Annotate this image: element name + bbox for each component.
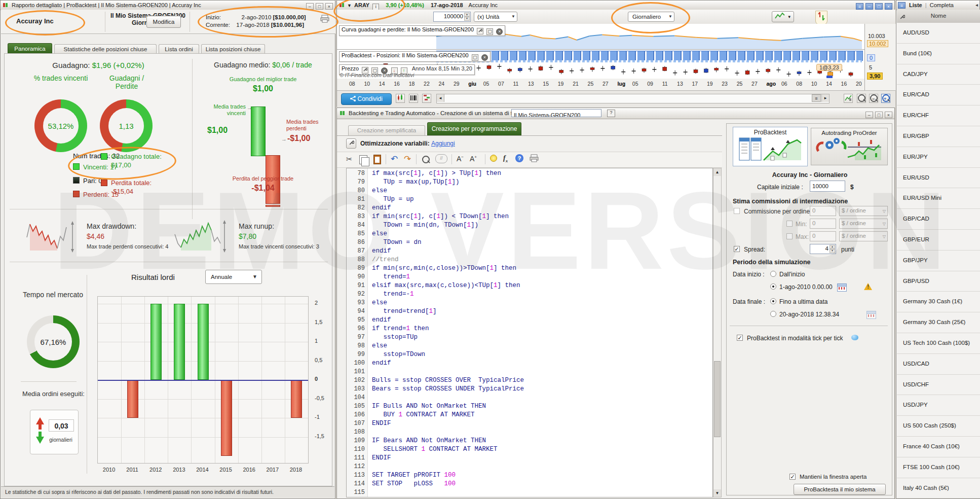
liste-column-header[interactable]: Nome: [897, 10, 980, 23]
code-line-91[interactable]: elsif max(src,max(c,close))<TUp[1] then: [372, 281, 524, 290]
liste-subtitle[interactable]: Completa: [930, 2, 954, 8]
collapse-icon[interactable]: ◂: [975, 1, 978, 10]
quantity-input[interactable]: 100000 ▲▼: [433, 12, 471, 22]
keep-open-checkbox[interactable]: ✓: [789, 474, 796, 480]
maximize-icon[interactable]: □: [875, 112, 883, 118]
compare-candles-icon[interactable]: [396, 94, 405, 103]
list-item[interactable]: CAD/JPY: [897, 64, 980, 85]
font-larger-icon[interactable]: A+: [470, 155, 477, 163]
list-item[interactable]: EUR/USD: [897, 168, 980, 189]
start-from-beginning-radio[interactable]: [770, 271, 776, 277]
code-line-81[interactable]: TUp = up: [372, 195, 524, 204]
close-icon[interactable]: ×: [481, 54, 488, 61]
list-item[interactable]: USD/CHF: [897, 375, 980, 396]
code-line-98[interactable]: else: [372, 342, 524, 350]
wrench-icon[interactable]: [477, 28, 483, 34]
code-line-113[interactable]: SET TARGET pPROFIT 100: [372, 471, 524, 480]
end-date-radio[interactable]: [770, 311, 776, 317]
list-item[interactable]: USD/CAD: [897, 354, 980, 375]
equity-panel[interactable]: Curva guadagni e perdite: Il Mio Sistema…: [337, 24, 864, 50]
list-item[interactable]: EUR/USD Mini: [897, 188, 980, 209]
symbol-dropdown[interactable]: ▼: [347, 3, 352, 8]
commission-checkbox[interactable]: [734, 208, 740, 214]
list-item[interactable]: EUR/GBP: [897, 126, 980, 147]
indicator-settings-icon[interactable]: [844, 94, 853, 103]
code-line-99[interactable]: sstop=TDown: [372, 350, 524, 359]
min-unit-select[interactable]: $ / ordine▽: [839, 219, 888, 229]
code-line-80[interactable]: else: [372, 187, 524, 195]
list-item[interactable]: GBP/EUR: [897, 230, 980, 251]
barcode-view-icon[interactable]: [409, 94, 418, 103]
code-line-89[interactable]: if min(src,min(c,close))>TDown[1] then: [372, 264, 524, 273]
code-line-83[interactable]: if min(src[1], c[1]) < TDown[1] then: [372, 212, 524, 221]
code-line-103[interactable]: Bears = sstop CROSSES UNDER TypicalPrice: [372, 385, 524, 394]
end-last-data-radio[interactable]: [770, 298, 776, 304]
code-line-114[interactable]: SET STOP pLOSS 100: [372, 480, 524, 488]
results-period-select[interactable]: Annuale ▼: [205, 270, 262, 284]
run-backtest-button[interactable]: ProBacktesta il mio sistema: [794, 484, 886, 495]
symbol[interactable]: ARAY: [354, 2, 369, 8]
editor-scrollbar[interactable]: ▲ ▼: [713, 168, 722, 497]
spin-up-icon[interactable]: ▲: [830, 245, 835, 249]
probacktest-tab[interactable]: ProBacktest: [733, 127, 808, 166]
system-name-field[interactable]: Il Mio Sistema-GROEN200: [511, 109, 601, 117]
code-line-100[interactable]: endif: [372, 359, 524, 368]
code-line-112[interactable]: [372, 462, 524, 471]
layout-icon[interactable]: ≡: [856, 3, 863, 10]
search-icon[interactable]: [422, 156, 430, 165]
code-editor[interactable]: 7879808182838485868788899091929394959697…: [346, 168, 713, 497]
bricks-view-icon[interactable]: [422, 94, 431, 103]
copy-icon[interactable]: [359, 155, 367, 164]
chart-titlebar[interactable]: ▼ ARAY i 3,90 (+10,48%) 17-ago-2018 Accu…: [337, 1, 894, 10]
autotrading-tab[interactable]: Autotrading ProOrder: [811, 128, 888, 165]
list-item[interactable]: EUR/CAD: [897, 85, 980, 105]
close-icon[interactable]: ×: [496, 28, 503, 35]
code-line-82[interactable]: endif: [372, 204, 524, 212]
timeframe-select[interactable]: Giornaliero▼: [628, 12, 674, 22]
code-line-90[interactable]: trend=1: [372, 273, 524, 281]
code-line-105[interactable]: IF Bulls AND Not OnMarket THEN: [372, 402, 524, 411]
start-date-radio[interactable]: [770, 283, 776, 290]
min-checkbox[interactable]: [786, 221, 793, 227]
code-line-92[interactable]: trend=-1: [372, 290, 524, 299]
help-doc-icon[interactable]: ?: [607, 110, 615, 117]
commission-unit-select[interactable]: $ / ordine▽: [839, 206, 888, 216]
commission-input[interactable]: 0: [810, 206, 836, 216]
minimize-icon[interactable]: –: [306, 3, 314, 10]
capital-input[interactable]: 10000: [810, 181, 845, 192]
max-input[interactable]: 0: [810, 231, 836, 241]
calendar-icon[interactable]: [866, 311, 876, 319]
code-line-108[interactable]: [372, 428, 524, 437]
tick-mode-bubble-icon[interactable]: [851, 335, 858, 340]
undo-icon[interactable]: ↶: [391, 154, 398, 164]
list-item[interactable]: US Tech 100 Cash (100$): [897, 333, 980, 354]
list-item[interactable]: GBP/USD: [897, 271, 980, 292]
alerts-flag-icon[interactable]: [815, 11, 827, 25]
font-smaller-icon[interactable]: A−: [457, 155, 464, 163]
positions-panel[interactable]: ProBacktest - Posizioni: Il Mio Sistema-…: [337, 50, 864, 64]
zoom-in-icon[interactable]: +: [881, 94, 890, 103]
code-line-86[interactable]: TDown = dn: [372, 238, 524, 247]
code-line-84[interactable]: TDown = min(dn, TDown[1]): [372, 221, 524, 230]
scroll-right-icon[interactable]: ▸: [821, 94, 829, 102]
window-icon[interactable]: ▢: [472, 54, 478, 61]
code-line-95[interactable]: endif: [372, 316, 524, 325]
price-panel[interactable]: Prezzo ▢ × ↓ ↑ Anno Max 8,15 Min 3,20 1@…: [337, 63, 864, 79]
list-item[interactable]: GBP/CAD: [897, 209, 980, 230]
list-item[interactable]: Germany 30 Cash (1€): [897, 292, 980, 312]
list-item[interactable]: Bund (10€): [897, 44, 980, 64]
lightbulb-icon[interactable]: [490, 155, 497, 162]
fx-icon[interactable]: fx: [503, 154, 508, 163]
tick-mode-checkbox[interactable]: ✓: [737, 335, 743, 341]
modify-button[interactable]: Modifica: [146, 16, 181, 28]
list-item[interactable]: US 500 Cash (250$): [897, 416, 980, 437]
zoom-out-icon[interactable]: −: [869, 94, 878, 103]
optimization-add-link[interactable]: Aggiungi: [431, 140, 455, 147]
code-line-107[interactable]: ENDIF: [372, 419, 524, 428]
list-item[interactable]: GBP/JPY: [897, 251, 980, 271]
scroll-handle[interactable]: ≡: [812, 94, 821, 102]
list-item[interactable]: Germany 30 Cash (25€): [897, 312, 980, 333]
max-unit-select[interactable]: $ / ordine▽: [839, 231, 888, 241]
code-line-79[interactable]: TUp = max(up,TUp[1]): [372, 178, 524, 187]
timeline[interactable]: 0810141618222429giu050711131519212527lug…: [337, 79, 864, 91]
